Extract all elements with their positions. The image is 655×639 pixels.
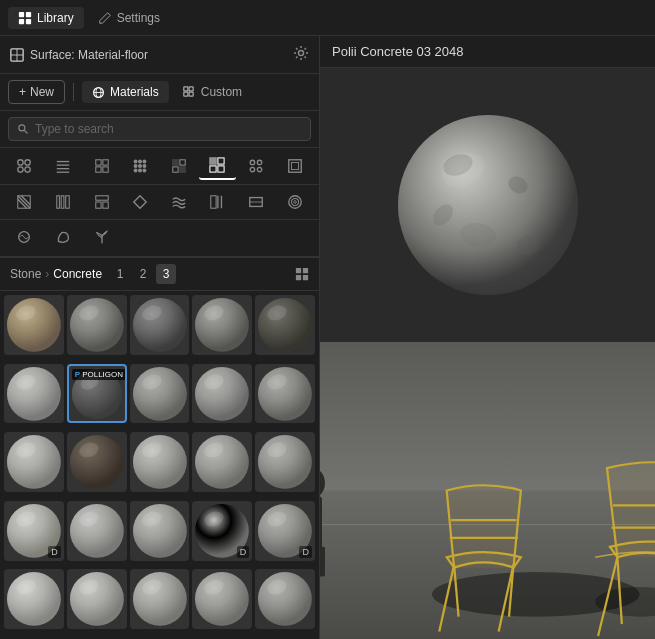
svg-rect-2 (19, 18, 24, 23)
svg-rect-51 (291, 162, 298, 169)
filter-dots[interactable] (122, 152, 159, 180)
columns-icon (55, 194, 71, 210)
custom-tab[interactable]: Custom (173, 81, 252, 103)
breadcrumb-child[interactable]: Concrete (53, 267, 102, 281)
material-item[interactable]: D (4, 501, 64, 561)
svg-point-17 (18, 160, 23, 165)
svg-rect-44 (210, 166, 216, 172)
breadcrumb-arrow: › (45, 267, 49, 281)
tab-library-label: Library (37, 11, 74, 25)
svg-point-46 (250, 160, 254, 164)
all-icon (16, 158, 32, 174)
surface-settings-button[interactable] (293, 45, 309, 64)
preview-title: Polii Concrete 03 2048 (320, 36, 655, 68)
filter-grid-selected[interactable] (199, 152, 236, 180)
new-button[interactable]: + New (8, 80, 65, 104)
svg-rect-59 (95, 196, 107, 200)
material-item[interactable] (255, 569, 315, 629)
pattern2-icon (209, 194, 225, 210)
filter-circles[interactable] (276, 189, 313, 215)
material-item[interactable] (4, 569, 64, 629)
material-item[interactable]: P POLLIGON (67, 364, 127, 424)
page-1[interactable]: 1 (110, 264, 130, 284)
surface-name: Surface: Material-floor (30, 48, 148, 62)
grid-icon (18, 11, 32, 25)
filter-tiles[interactable] (83, 189, 120, 215)
svg-line-16 (25, 131, 28, 134)
striped-icon (55, 158, 71, 174)
material-item[interactable]: D (255, 501, 315, 561)
material-item[interactable] (4, 364, 64, 424)
material-item[interactable] (192, 569, 252, 629)
material-item[interactable] (192, 432, 252, 492)
pagination: 1 2 3 (110, 264, 176, 284)
view-toggle[interactable] (295, 267, 309, 281)
filter-waves[interactable] (161, 189, 198, 215)
search-icon (17, 123, 29, 135)
filter-grid-lines[interactable] (161, 152, 198, 180)
filter-organic[interactable] (45, 224, 82, 250)
material-item[interactable] (192, 295, 252, 355)
tab-library[interactable]: Library (8, 7, 84, 29)
tab-settings[interactable]: Settings (88, 7, 170, 29)
filter-diamond[interactable] (122, 189, 159, 215)
material-item[interactable] (67, 432, 127, 492)
filter-pattern2[interactable] (199, 189, 236, 215)
material-item[interactable] (130, 501, 190, 561)
material-item[interactable] (67, 569, 127, 629)
diamond-icon (132, 194, 148, 210)
page-2[interactable]: 2 (133, 264, 153, 284)
svg-point-98 (7, 367, 61, 421)
surface-bar: Surface: Material-floor (0, 36, 319, 74)
squares-icon (287, 158, 303, 174)
search-input[interactable] (35, 122, 302, 136)
material-item[interactable] (4, 432, 64, 492)
svg-point-142 (70, 504, 124, 558)
material-item[interactable] (130, 569, 190, 629)
material-item[interactable] (130, 364, 190, 424)
filter-columns[interactable] (45, 189, 82, 215)
svg-point-19 (18, 167, 23, 172)
filter-striped[interactable] (45, 152, 82, 180)
svg-point-49 (257, 167, 261, 171)
top-tab-bar: Library Settings (0, 0, 655, 36)
filter-hatch[interactable] (6, 189, 43, 215)
svg-point-68 (288, 196, 300, 208)
material-item[interactable] (255, 432, 315, 492)
svg-point-122 (70, 435, 124, 489)
material-item[interactable] (130, 295, 190, 355)
svg-point-134 (258, 435, 312, 489)
filter-dots2[interactable] (238, 152, 275, 180)
material-item[interactable] (192, 364, 252, 424)
filter-marble[interactable] (6, 224, 43, 250)
material-item[interactable] (4, 295, 64, 355)
filter-grid4[interactable] (83, 152, 120, 180)
svg-rect-40 (173, 167, 178, 172)
filter-rect[interactable] (238, 189, 275, 215)
hatch-icon (16, 194, 32, 210)
material-item[interactable] (67, 295, 127, 355)
svg-point-78 (7, 298, 61, 352)
materials-tab[interactable]: Materials (82, 81, 169, 103)
polligon-badge: P POLLIGON (72, 369, 126, 380)
page-3[interactable]: 3 (156, 264, 176, 284)
material-item[interactable] (67, 501, 127, 561)
svg-rect-0 (19, 11, 24, 16)
filter-plant3d[interactable] (83, 224, 120, 250)
filter-all[interactable] (6, 152, 43, 180)
svg-point-86 (133, 298, 187, 352)
dots-icon (132, 158, 148, 174)
material-item[interactable] (255, 364, 315, 424)
svg-rect-25 (95, 160, 100, 165)
filter-squares[interactable] (276, 152, 313, 180)
tiles-icon (94, 194, 110, 210)
material-item[interactable]: D (192, 501, 252, 561)
svg-rect-56 (57, 196, 60, 208)
material-item[interactable] (255, 295, 315, 355)
material-item[interactable] (130, 432, 190, 492)
search-bar (0, 111, 319, 148)
grid-selected-icon (209, 157, 225, 173)
filter-row-1 (0, 148, 319, 185)
organic-icon (55, 229, 71, 245)
breadcrumb-parent[interactable]: Stone (10, 267, 41, 281)
